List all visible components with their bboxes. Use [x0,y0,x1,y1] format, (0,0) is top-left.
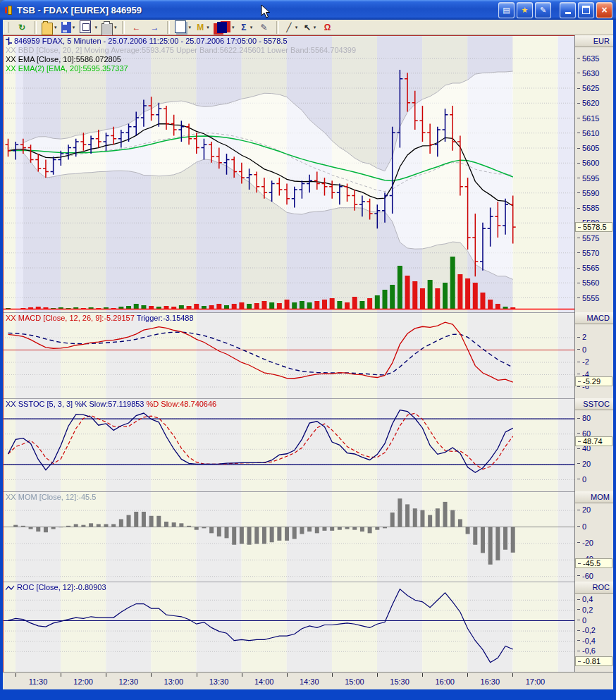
roc-legend-text: ROC [Close, 12]:-0.80903 [17,583,106,591]
price-last-value: 5578.5 [575,222,612,232]
chart-type-button[interactable]: M▾ [194,20,211,35]
price-axis-tick: 5560 [577,278,599,288]
panels-icon: ▤ [503,6,510,15]
pages-icon [175,20,186,33]
back-button[interactable]: ← [128,20,145,35]
sstoc-legend-k: XX SSTOC [5, 3, 3] %K Slow:57.119853 [6,400,144,408]
sstoc-legend-d: %D Slow:48.740646 [147,400,217,408]
refresh-icon: ↻ [17,22,27,33]
dropdown-arrow-icon[interactable]: ▾ [314,25,316,30]
time-axis-tick [242,673,242,677]
time-axis-tick [16,673,16,677]
copy-button[interactable]: ▾ [78,20,99,35]
open-button[interactable]: ▾ [40,20,58,35]
time-axis-tick [467,673,468,677]
price-axis-tick: 5615 [577,113,599,123]
maximize-button[interactable] [578,2,594,18]
pages-button[interactable]: ▾ [173,20,193,35]
sstoc-axis-tick: 80 [577,414,591,423]
refresh-button[interactable]: ↻ [13,20,30,35]
roc-last-value: -0.81 [575,656,612,666]
time-axis-label: 14:30 [300,677,319,686]
price-axis-header: EUR [575,35,613,47]
mom-axis-header: MOM [575,491,613,503]
window-title: TSB - FDAX [EUREX] 846959 [17,5,496,16]
bbd-legend: XX BBD [Close, 20, 2] Moving Average:559… [6,46,356,54]
toolbar-separator [34,21,37,34]
pointer-button[interactable]: ↖▾ [301,20,318,35]
dropdown-arrow-icon[interactable]: ▾ [114,25,117,30]
print-button[interactable]: ▾ [100,20,118,35]
price-chart-canvas[interactable] [3,35,574,312]
dropdown-arrow-icon[interactable]: ▾ [207,25,209,30]
price-axis[interactable]: EUR5635563056255620561556105605560055955… [574,35,613,312]
price-axis-tick: 5630 [577,68,599,78]
price-axis-tick: 5620 [577,99,599,108]
dropdown-arrow-icon[interactable]: ▾ [232,25,235,30]
time-axis-label: 16:00 [435,677,455,686]
toolbar: ↻▾▾▾▾←→▾M▾▾Σ▾✎╱▾↖▾Ω [3,20,613,35]
dropdown-arrow-icon[interactable]: ▾ [54,25,57,30]
favorites-button[interactable]: ★ [517,2,533,18]
edit-page-button[interactable]: ✎ [256,20,273,35]
sstoc-chart-canvas[interactable] [3,399,574,491]
dropdown-arrow-icon[interactable]: ▾ [73,25,75,30]
dropdown-arrow-icon[interactable]: ▾ [95,25,98,30]
toolbar-separator [167,21,170,34]
roc-axis-tick: -0,2 [577,626,596,635]
toolbar-grip[interactable] [6,22,9,33]
price-axis-tick: 5625 [577,84,599,93]
favorites-icon: ★ [522,6,529,15]
time-axis-tick [61,673,61,677]
indicators-icon: Σ [239,22,249,33]
roc-axis-header: ROC [575,582,613,594]
save-button[interactable]: ▾ [60,20,77,35]
macd-legend-value: XX MACD [Close, 12, 26, 9]:-5.29157 [6,314,135,322]
magnet-button[interactable]: Ω [319,20,336,35]
maximize-icon [582,6,590,14]
mom-axis-tick: 0 [577,522,586,531]
roc-line-icon [6,585,15,591]
sstoc-legend: XX SSTOC [5, 3, 3] %K Slow:57.119853 %D … [6,400,216,408]
roc-axis-tick: -0,4 [577,636,596,645]
candlestick-button[interactable]: ▾ [212,20,236,35]
draw-line-button[interactable]: ╱▾ [283,20,300,35]
toolbar-separator [122,21,125,34]
price-axis-tick: 5635 [577,54,599,63]
minimize-button[interactable] [560,2,576,18]
edit-button[interactable]: ✎ [535,2,551,18]
edit-icon: ✎ [540,6,546,15]
macd-chart-canvas[interactable] [3,313,574,398]
edit-page-icon: ✎ [259,22,269,33]
print-icon [101,23,113,36]
time-axis-tick [151,673,152,677]
mom-chart-canvas[interactable] [3,492,574,582]
toolbar-separator [276,21,279,34]
mom-axis[interactable]: MOM200-20-40-60-45.5 [574,491,613,582]
indicators-button[interactable]: Σ▾ [238,20,254,35]
dropdown-arrow-icon[interactable]: ▾ [250,25,253,30]
panels-button[interactable]: ▤ [498,2,515,18]
time-axis-label: 15:00 [345,677,364,686]
mom-axis-tick: 20 [577,505,591,515]
time-axis-tick [377,673,378,677]
roc-axis[interactable]: ROC0,40,20-0,2-0,4-0,6-0.81 [574,582,613,672]
mom-legend: XX MOM [Close, 12]:-45.5 [6,493,96,501]
macd-axis[interactable]: MACD20-2-4-6-5.29 [574,312,613,398]
sstoc-axis-tick: 0 [577,474,586,484]
time-axis-tick [422,673,423,677]
price-panel: 846959 FDAX, 5 Minuten - 25.07.2006 11:2… [3,35,613,312]
close-button[interactable]: × [596,2,612,18]
time-axis[interactable]: 11:3012:0012:3013:0013:3014:0014:3015:00… [3,672,613,689]
roc-chart-canvas[interactable] [3,582,574,672]
dropdown-arrow-icon[interactable]: ▾ [295,25,298,30]
macd-legend: XX MACD [Close, 12, 26, 9]:-5.29157 Trig… [6,314,194,322]
sstoc-axis-header: SSTOC [575,398,613,410]
title-bar[interactable]: TSB - FDAX [EUREX] 846959 ▤★✎× [0,0,616,20]
sstoc-axis[interactable]: SSTOC80604020048.74 [574,398,613,491]
price-axis-tick: 5595 [577,173,599,183]
price-axis-tick: 5590 [577,188,599,197]
dropdown-arrow-icon[interactable]: ▾ [189,25,192,30]
forward-button[interactable]: → [147,20,164,35]
time-axis-label: 13:00 [164,677,184,686]
